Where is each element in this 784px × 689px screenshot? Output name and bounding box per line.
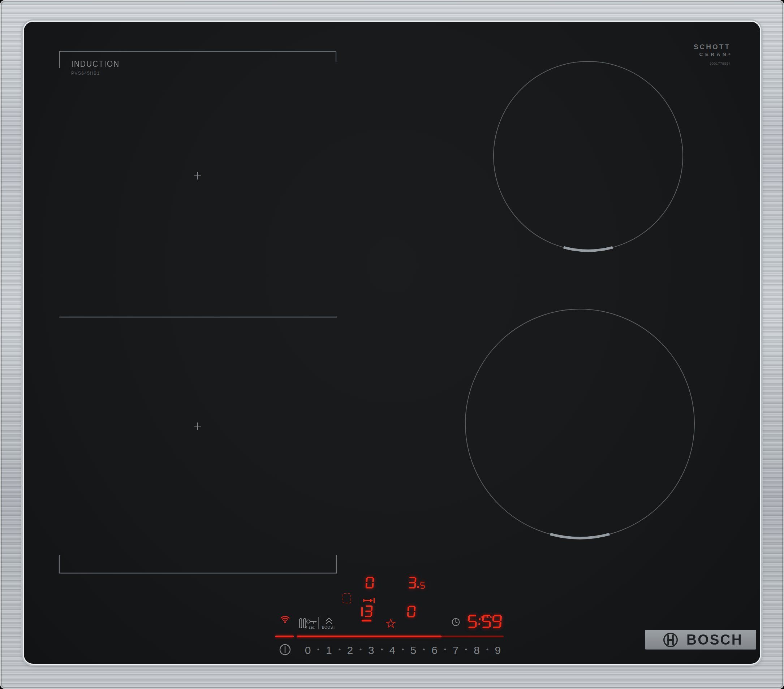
zone-marker-arc-bottom-right: [550, 534, 609, 538]
series-label: INDUCTION: [71, 59, 120, 69]
display-zone-upper-left: [366, 577, 374, 589]
wifi-icon: [278, 613, 292, 624]
power-level-1[interactable]: 1: [326, 644, 332, 656]
power-level-separator-dot: [318, 649, 320, 650]
power-icon[interactable]: [279, 643, 291, 656]
power-level-6[interactable]: 6: [432, 644, 438, 656]
power-level-separator-dot: [465, 649, 467, 650]
registered-mark: ®: [728, 53, 731, 56]
zone-center-cross-top: [194, 172, 201, 179]
schott-logo-line1: SCHOTT: [694, 43, 731, 51]
approval-number: 9001778554: [694, 61, 731, 65]
arrow-to-bar-icon: [363, 597, 376, 604]
power-level-separator-dot: [486, 649, 488, 650]
power-level-5[interactable]: 5: [410, 644, 417, 656]
display-zone-lower-left: [364, 605, 372, 617]
power-level-4[interactable]: 4: [389, 644, 395, 656]
star-icon[interactable]: [386, 618, 395, 628]
zone-markings: [0, 0, 784, 689]
timer-display: [468, 615, 501, 628]
power-level-separator-dot: [339, 649, 340, 650]
panel-divider: [318, 617, 319, 630]
cooking-zone-circle-bottom-right: [465, 309, 694, 538]
slider-line-active[interactable]: [296, 636, 441, 637]
display-zone-upper-right: [408, 577, 425, 589]
power-level-separator-dot: [360, 649, 362, 650]
flex-zone-bottom-bracket: [59, 555, 336, 573]
schott-logo-line2: CERAN®: [694, 52, 731, 57]
bosch-anchor-icon: [663, 632, 679, 648]
clock-icon[interactable]: [451, 618, 460, 626]
boost-label: BOOST: [322, 625, 335, 630]
power-level-3[interactable]: 3: [368, 644, 374, 656]
power-level-separator-dot: [402, 649, 404, 650]
glass-brand-block: SCHOTT CERAN® 9001778554: [694, 43, 731, 65]
cooking-zone-circle-top-right: [494, 61, 683, 251]
slider-line-power-segment: [275, 636, 294, 637]
induction-hob: INDUCTION PVS645HB1 SCHOTT CERAN® 900177…: [0, 0, 784, 689]
flex-zone-indicator-bar-left: [361, 607, 363, 617]
bosch-logo-text: BOSCH: [687, 631, 743, 648]
power-level-separator-dot: [444, 649, 446, 650]
flex-zone-indicator-bar-bottom: [362, 620, 371, 622]
power-level-9[interactable]: 9: [495, 644, 501, 656]
lock-hold-hint: 4 sec: [305, 625, 315, 630]
power-level-2[interactable]: 2: [347, 644, 353, 656]
power-level-7[interactable]: 7: [453, 644, 459, 656]
key-icon[interactable]: [306, 618, 317, 625]
display-zone-lower-right: [407, 605, 415, 618]
zone-center-cross-bottom: [194, 423, 201, 430]
model-number: PVS645HB1: [71, 71, 100, 76]
slider-line-inactive[interactable]: [441, 636, 504, 637]
power-level-separator-dot: [423, 649, 425, 650]
bosch-badge: BOSCH: [645, 630, 756, 650]
dashed-square-icon: [343, 593, 351, 603]
double-chevron-up-icon[interactable]: [325, 618, 333, 625]
power-level-0[interactable]: 0: [305, 644, 311, 656]
power-level-8[interactable]: 8: [474, 644, 480, 656]
power-level-separator-dot: [381, 649, 383, 650]
zone-marker-arc-top-right: [563, 247, 613, 251]
